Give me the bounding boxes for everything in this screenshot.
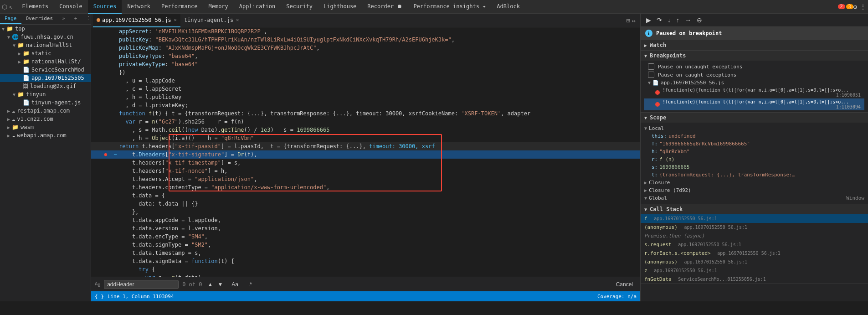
step-over-btn[interactable]: ↷ bbox=[655, 15, 664, 25]
call-stack-item-z[interactable]: z app.16970152550 56.js:1 bbox=[641, 266, 868, 275]
scope-expand-icon: ▼ bbox=[644, 115, 647, 120]
bp-pause-uncaught[interactable]: Pause on uncaught exceptions bbox=[644, 62, 864, 71]
breakpoints-section-header[interactable]: ▼ Breakpoints bbox=[641, 51, 868, 61]
close-tab-icon[interactable]: ✕ bbox=[174, 17, 177, 22]
bp-dot bbox=[655, 102, 660, 107]
tree-item-restapi[interactable]: ▶ ☁ restapi.amap.com bbox=[0, 107, 91, 115]
paused-text: Paused on breakpoint bbox=[656, 30, 722, 36]
add-folder-btn[interactable]: + bbox=[70, 14, 82, 24]
search-input[interactable] bbox=[104, 280, 179, 289]
tab-performance[interactable]: Performance bbox=[156, 0, 203, 14]
paused-icon: ℹ bbox=[645, 30, 652, 37]
file-icon: 📄 bbox=[23, 99, 30, 106]
tree-item-webapi[interactable]: ▶ ☁ webapi.amap.com bbox=[0, 131, 91, 139]
call-stack-item-srequest[interactable]: s.request app.16970152550 56.js:1 bbox=[641, 240, 868, 249]
settings-icon[interactable]: ⚙ bbox=[853, 3, 857, 10]
tab-application[interactable]: Application bbox=[234, 0, 281, 14]
tab-recorder[interactable]: Recorder ⏺ bbox=[362, 0, 408, 14]
sync-btn[interactable]: ⋮ bbox=[82, 14, 91, 24]
search-cancel-btn[interactable]: Cancel bbox=[612, 280, 637, 289]
tab-lighthouse[interactable]: Lighthouse bbox=[318, 0, 362, 14]
tree-item-nationalhallst[interactable]: ▼ 📁 nationalHallSt bbox=[0, 41, 91, 49]
search-down-btn[interactable]: ▼ bbox=[216, 281, 225, 288]
tree-item-tinyun[interactable]: ▼ 📁 tinyun bbox=[0, 90, 91, 98]
code-line: var r = n("6c27").sha256 r = f(n) bbox=[91, 118, 640, 126]
scope-global-group[interactable]: ▼ Global Window bbox=[644, 194, 864, 202]
bp-uncaught-checkbox[interactable] bbox=[648, 63, 654, 70]
watch-section-header[interactable]: ▶ Watch bbox=[641, 40, 868, 50]
step-btn[interactable]: → bbox=[683, 15, 693, 25]
call-stack-item-fngetdata[interactable]: fnGetData ServiceSearchMo...015255056.js… bbox=[641, 275, 868, 284]
code-line: , h = l.publicKey bbox=[91, 93, 640, 101]
call-stack-item-f[interactable]: f app.16970152550 56.js:1 bbox=[641, 214, 868, 223]
bp-file-header[interactable]: ▼ 📄 app.16970152550 56.js bbox=[644, 79, 864, 87]
tab-network[interactable]: Network bbox=[122, 0, 156, 14]
scope-local-group[interactable]: ▼ Local bbox=[644, 124, 864, 132]
tab-more[interactable]: » bbox=[57, 14, 70, 24]
folder-icon: 📁 bbox=[17, 42, 24, 48]
code-content[interactable]: appSecret: 'nMVFILMKi13GEMDsBRPKC1BOQBP2… bbox=[91, 27, 640, 277]
scope-closure-group[interactable]: ▶ Closure bbox=[644, 179, 864, 186]
tree-item-cnzz[interactable]: ▶ ☁ v1.cnzz.com bbox=[0, 115, 91, 123]
call-stack-item-anon1[interactable]: (anonymous) app.16970152550 56.js:1 bbox=[641, 223, 868, 232]
file-tab-app-js[interactable]: app.16970152550 56.js ✕ bbox=[93, 14, 180, 27]
tree-item-top[interactable]: ▼ 📁 top bbox=[0, 25, 91, 33]
bp-caught-checkbox[interactable] bbox=[648, 72, 654, 78]
bp-entry-2[interactable]: !function(e){function t(t){for(var n,i,o… bbox=[644, 98, 864, 110]
tree-label: restapi.amap.com bbox=[17, 108, 70, 114]
tab-memory[interactable]: Memory bbox=[203, 0, 233, 14]
file-tab-label: app.16970152550 56.js bbox=[102, 17, 171, 23]
tab-console[interactable]: Console bbox=[54, 0, 88, 14]
func-name: fnGetData bbox=[644, 276, 672, 282]
step-out-btn[interactable]: ↑ bbox=[674, 15, 681, 25]
scope-section-header[interactable]: ▼ Scope bbox=[641, 113, 868, 123]
tab-security[interactable]: Security bbox=[281, 0, 318, 14]
tree-item-fuwu[interactable]: ▼ 🌐 fuwu.nhsa.gov.cn bbox=[0, 33, 91, 41]
code-line: return t.headers["x-tif-paasid"] = l.paa… bbox=[91, 142, 640, 150]
call-stack-item-rforeach[interactable]: r.forEach.s.<computed> app.16970152550 5… bbox=[641, 249, 868, 258]
bp-file-label: app.16970152550 56.js bbox=[661, 80, 724, 86]
code-toolbar-icon[interactable]: ⊞ bbox=[626, 17, 630, 24]
tree-item-tinyun-agent[interactable]: ▶ 📄 tinyun-agent.js bbox=[0, 98, 91, 107]
code-line: try { bbox=[91, 265, 640, 274]
tab-performance-insights[interactable]: Performance insights ✦ bbox=[408, 0, 491, 14]
deactivate-breakpoints-btn[interactable]: ⊖ bbox=[695, 15, 704, 25]
code-toolbar-icon2[interactable]: ↔ bbox=[632, 17, 636, 24]
tree-item-wasm[interactable]: ▶ 📁 wasm bbox=[0, 123, 91, 131]
search-regex-btn[interactable]: .* bbox=[245, 280, 255, 289]
step-into-btn[interactable]: ↓ bbox=[666, 15, 673, 25]
tree-item-nationalhallst-slash[interactable]: ▶ 📁 nationalHallSt/ bbox=[0, 57, 91, 66]
main-tab-bar: ⬡ ↖ Elements Console Sources Network Per… bbox=[0, 0, 868, 14]
scope-closure-7d92-group[interactable]: ▶ Closure (7d92) bbox=[644, 186, 864, 194]
tree-item-app-js[interactable]: ▶ 📄 app.169701525505 bbox=[0, 74, 91, 82]
bp-entry-1[interactable]: !function(e){function t(t){for(var n,i,o… bbox=[644, 87, 864, 98]
sidebar: Page Overrides » + ⋮ ▼ 📁 top ▼ 🌐 fuwu.nh… bbox=[0, 14, 91, 301]
code-line: publicKeyMap: "AJxKNdmspMaPGj+onJNoQ0cgW… bbox=[91, 44, 640, 52]
search-case-sensitive-btn[interactable]: Aa bbox=[228, 280, 241, 289]
tab-elements[interactable]: Elements bbox=[16, 0, 54, 14]
tab-page[interactable]: Page bbox=[0, 14, 21, 24]
tree-item-static[interactable]: ▶ 📁 static bbox=[0, 49, 91, 57]
tree-label: tinyun bbox=[26, 91, 46, 98]
resume-btn[interactable]: ▶ bbox=[644, 15, 653, 25]
code-line: function f(t) { t = {transformRequest: {… bbox=[91, 109, 640, 118]
tab-sources[interactable]: Sources bbox=[88, 0, 122, 14]
expand-icon: ▶ bbox=[644, 180, 647, 185]
more-options-icon[interactable]: ⋮ bbox=[860, 3, 866, 10]
tree-label: wasm bbox=[21, 124, 34, 130]
tree-item-servicesearchmod[interactable]: ▶ 📄 ServiceSearchMod bbox=[0, 66, 91, 74]
search-up-btn[interactable]: ▲ bbox=[206, 281, 215, 288]
tab-adblock[interactable]: AdBlock bbox=[491, 0, 525, 14]
status-line-col: Line 1, Column 1103094 bbox=[108, 294, 174, 300]
tab-overrides[interactable]: Overrides bbox=[21, 14, 58, 24]
debugger-toolbar: ▶ ↷ ↓ ↑ → ⊖ bbox=[641, 14, 868, 27]
bp-pause-caught[interactable]: Pause on caught exceptions bbox=[644, 71, 864, 79]
close-tab-icon[interactable]: ✕ bbox=[236, 17, 239, 22]
bp-entry-line: 1:1103094 bbox=[663, 104, 861, 109]
tree-item-loading-gif[interactable]: ▶ 🖼 loading@2x.gif bbox=[0, 82, 91, 90]
func-name: (anonymous) bbox=[644, 259, 678, 265]
file-tab-tinyun[interactable]: tinyun-agent.js ✕ bbox=[180, 14, 242, 27]
expand-arrow: ▶ bbox=[18, 59, 21, 64]
call-stack-header[interactable]: ▼ Call Stack bbox=[641, 204, 868, 214]
call-stack-item-anon2[interactable]: (anonymous) app.16970152550 56.js:1 bbox=[641, 258, 868, 266]
